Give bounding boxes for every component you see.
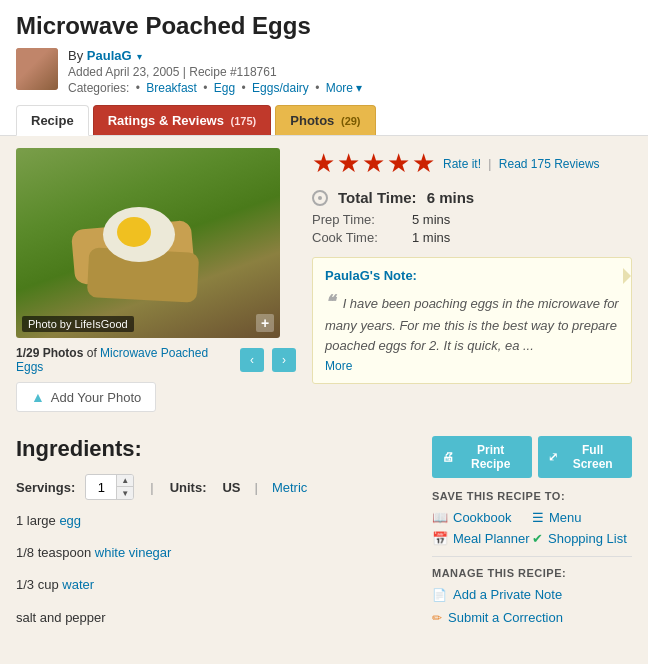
author-info: By PaulaG ▾ Added April 23, 2005 | Recip… — [68, 48, 632, 95]
units-us[interactable]: US — [222, 480, 240, 495]
add-photo-label: Add Your Photo — [51, 390, 141, 405]
meal-planner-label: Meal Planner — [453, 531, 530, 546]
submit-correction-link[interactable]: ✏ Submit a Correction — [432, 610, 632, 625]
print-icon: 🖨 — [442, 450, 454, 464]
clock-icon — [312, 190, 328, 206]
fullscreen-label: Full Screen — [563, 443, 622, 471]
recipe-meta: Added April 23, 2005 | Recipe #118761 — [68, 65, 632, 79]
ingredients-col: Ingredients: Servings: ▲ ▼ | Units: US | — [16, 436, 416, 641]
action-buttons: 🖨 Print Recipe ⤢ Full Screen — [432, 436, 632, 478]
pipe-metric: | — [255, 480, 258, 495]
servings-down-button[interactable]: ▼ — [117, 487, 133, 499]
units-label: Units: — [170, 480, 207, 495]
note-content: I have been poaching eggs in the microwa… — [325, 296, 619, 353]
star-1: ★ — [312, 148, 335, 179]
recipe-header: Microwave Poached Eggs By PaulaG ▾ Added… — [0, 0, 648, 136]
prep-label: Prep Time: — [312, 212, 412, 227]
print-recipe-button[interactable]: 🖨 Print Recipe — [432, 436, 532, 478]
cookbook-label: Cookbook — [453, 510, 512, 525]
total-time-row: Total Time: 6 mins — [312, 189, 632, 206]
date-added: Added April 23, 2005 — [68, 65, 179, 79]
read-reviews-link[interactable]: Read 175 Reviews — [499, 157, 600, 171]
rate-it-link[interactable]: Rate it! — [443, 157, 481, 171]
prep-time-row: Prep Time: 5 mins — [312, 212, 632, 227]
divider — [432, 556, 632, 557]
main-content: Photo by LifeIsGood + 1/29 Photos of Mic… — [0, 136, 648, 424]
save-menu[interactable]: ☰ Menu — [532, 510, 632, 525]
tab-recipe[interactable]: Recipe — [16, 105, 89, 136]
rating-stars[interactable]: ★ ★ ★ ★ ★ — [312, 148, 435, 179]
photo-add-icon[interactable]: + — [256, 314, 274, 332]
author-note-box: PaulaG's Note: ❝ I have been poaching eg… — [312, 257, 632, 384]
save-section: SAVE THIS RECIPE TO: 📖 Cookbook ☰ Menu 📅 — [432, 490, 632, 546]
star-3: ★ — [362, 148, 385, 179]
author-name[interactable]: PaulaG — [87, 48, 132, 63]
shopping-list-label: Shopping List — [548, 531, 627, 546]
note-text: ❝ I have been poaching eggs in the micro… — [325, 289, 619, 355]
category-eggsdairy[interactable]: Eggs/dairy — [252, 81, 309, 95]
ingredient-4: salt and pepper — [16, 609, 416, 627]
ingredient-3-amount: 1/3 cup — [16, 577, 62, 592]
add-private-note-label: Add a Private Note — [453, 587, 562, 602]
tab-recipe-label: Recipe — [31, 113, 74, 128]
ingredient-2-link[interactable]: white vinegar — [95, 545, 172, 560]
tab-photos-label: Photos — [290, 113, 334, 128]
avatar — [16, 48, 58, 90]
add-photo-button[interactable]: ▲ Add Your Photo — [16, 382, 156, 412]
photo-nav-text: 1/29 Photos of Microwave Poached Eggs — [16, 346, 232, 374]
save-cookbook[interactable]: 📖 Cookbook — [432, 510, 532, 525]
author-by: By — [68, 48, 87, 63]
save-title: SAVE THIS RECIPE TO: — [432, 490, 632, 502]
print-label: Print Recipe — [459, 443, 522, 471]
total-time-value: 6 mins — [427, 189, 475, 206]
tab-ratings-label: Ratings & Reviews — [108, 113, 224, 128]
save-links: 📖 Cookbook ☰ Menu 📅 Meal Planner ✔ — [432, 510, 632, 546]
note-more-link[interactable]: More — [325, 359, 619, 373]
photo-credit: Photo by LifeIsGood — [22, 316, 134, 332]
category-more[interactable]: More ▾ — [326, 81, 363, 95]
stars-row: ★ ★ ★ ★ ★ Rate it! | Read 175 Reviews — [312, 148, 632, 179]
tab-ratings-count: (175) — [231, 115, 257, 127]
category-breakfast[interactable]: Breakfast — [146, 81, 197, 95]
shopping-list-icon: ✔ — [532, 531, 543, 546]
author-dropdown-icon[interactable]: ▾ — [137, 51, 142, 62]
ingredient-3-link[interactable]: water — [62, 577, 94, 592]
cookbook-icon: 📖 — [432, 510, 448, 525]
tab-photos[interactable]: Photos (29) — [275, 105, 375, 135]
cook-value: 1 mins — [412, 230, 450, 245]
add-private-note-link[interactable]: 📄 Add a Private Note — [432, 587, 632, 602]
submit-correction-label: Submit a Correction — [448, 610, 563, 625]
right-column: ★ ★ ★ ★ ★ Rate it! | Read 175 Reviews To… — [296, 148, 632, 412]
servings-up-button[interactable]: ▲ — [117, 475, 133, 487]
tab-ratings[interactable]: Ratings & Reviews (175) — [93, 105, 272, 135]
recipe-number: Recipe #118761 — [189, 65, 276, 79]
servings-input[interactable] — [86, 477, 116, 498]
total-time-label: Total Time: — [338, 189, 417, 206]
save-shopping-list[interactable]: ✔ Shopping List — [532, 531, 632, 546]
fullscreen-button[interactable]: ⤢ Full Screen — [538, 436, 632, 478]
photo-nav: 1/29 Photos of Microwave Poached Eggs ‹ … — [16, 346, 296, 374]
upload-icon: ▲ — [31, 389, 45, 405]
save-meal-planner[interactable]: 📅 Meal Planner — [432, 531, 532, 546]
prep-value: 5 mins — [412, 212, 450, 227]
ingredient-1-link[interactable]: egg — [59, 513, 81, 528]
tabs: Recipe Ratings & Reviews (175) Photos (2… — [16, 105, 632, 135]
categories: Categories: • Breakfast • Egg • Eggs/dai… — [68, 81, 632, 95]
units-metric[interactable]: Metric — [272, 480, 307, 495]
menu-label: Menu — [549, 510, 582, 525]
servings-label: Servings: — [16, 480, 75, 495]
ingredient-2: 1/8 teaspoon white vinegar — [16, 544, 416, 562]
tab-photos-count: (29) — [341, 115, 361, 127]
rate-links: Rate it! | Read 175 Reviews — [443, 157, 600, 171]
page-title: Microwave Poached Eggs — [16, 12, 632, 40]
ingredients-title: Ingredients: — [16, 436, 416, 462]
manage-title: MANAGE THIS RECIPE: — [432, 567, 632, 579]
star-4: ★ — [387, 148, 410, 179]
edit-icon: ✏ — [432, 611, 442, 625]
ingredient-1: 1 large egg — [16, 512, 416, 530]
photo-prev-button[interactable]: ‹ — [240, 348, 264, 372]
page-wrapper: Microwave Poached Eggs By PaulaG ▾ Added… — [0, 0, 648, 641]
photo-next-button[interactable]: › — [272, 348, 296, 372]
category-egg[interactable]: Egg — [214, 81, 235, 95]
star-5: ★ — [412, 148, 435, 179]
